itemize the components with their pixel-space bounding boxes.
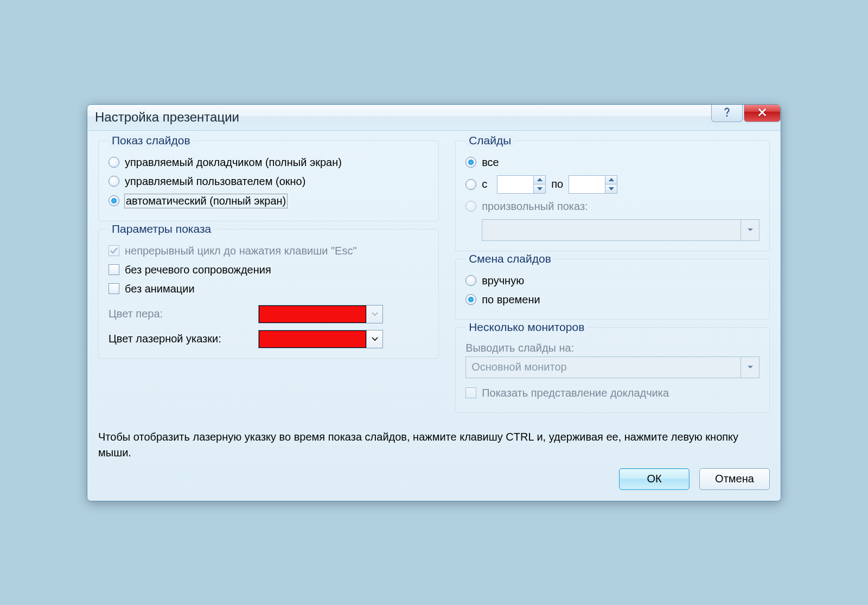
monitor-combo: Основной монитор: [465, 356, 760, 378]
checkbox-label: без анимации: [125, 283, 195, 295]
checkbox-label: Показать представление докладчика: [482, 387, 669, 399]
laser-color-row: Цвет лазерной указки:: [108, 330, 429, 348]
pen-color-combo: [258, 305, 383, 323]
combo-value: Основной монитор: [471, 361, 567, 373]
pen-color-swatch: [259, 305, 366, 323]
checkbox-label: непрерывный цикл до нажатия клавиши "Esc…: [125, 245, 357, 257]
radio-label: все: [482, 156, 499, 169]
radio-advance-timings[interactable]: по времени: [465, 290, 760, 309]
chevron-down-icon: [741, 220, 759, 240]
checkbox-loop: непрерывный цикл до нажатия клавиши "Esc…: [108, 241, 429, 260]
to-spinner[interactable]: [569, 175, 617, 194]
help-icon: [721, 106, 733, 118]
ok-button[interactable]: ОК: [619, 468, 690, 490]
radio-slides-all[interactable]: все: [465, 153, 760, 172]
to-label: по: [551, 178, 563, 190]
radio-label: управляемый докладчиком (полный экран): [125, 156, 342, 169]
spin-up-icon[interactable]: [605, 176, 617, 185]
radio-advance-manual[interactable]: вручную: [465, 271, 760, 290]
checkbox-icon: [108, 283, 119, 294]
checkbox-no-animation[interactable]: без анимации: [108, 279, 429, 298]
radio-icon: [108, 195, 119, 206]
group-title-slides: Слайды: [465, 134, 514, 147]
chevron-down-icon: [741, 357, 759, 378]
radio-label: вручную: [482, 275, 524, 287]
radio-icon: [108, 157, 119, 168]
help-button[interactable]: [711, 104, 743, 122]
radio-icon: [465, 157, 476, 168]
checkbox-label: без речевого сопровождения: [125, 264, 271, 276]
radio-icon: [108, 176, 119, 187]
radio-icon: [465, 179, 476, 190]
dialog-content: Показ слайдов управляемый докладчиком (п…: [87, 131, 781, 501]
radio-browser[interactable]: управляемый пользователем (окно): [108, 172, 429, 191]
radio-icon: [465, 294, 476, 305]
checkbox-icon: [465, 387, 476, 398]
radio-label: автоматический (полный экран): [125, 194, 287, 208]
window-title: Настройка презентации: [95, 110, 239, 125]
laser-color-label: Цвет лазерной указки:: [108, 333, 248, 345]
group-title-monitors: Несколько мониторов: [465, 321, 588, 334]
pen-color-label: Цвет пера:: [108, 308, 248, 320]
radio-label: произвольный показ:: [482, 200, 588, 213]
radio-custom-show: произвольный показ:: [465, 197, 760, 216]
dialog-window: Настройка презентации Показ слайдов упра…: [87, 104, 781, 501]
spin-down-icon[interactable]: [533, 184, 545, 193]
close-button[interactable]: [744, 104, 781, 122]
spin-down-icon[interactable]: [605, 184, 617, 193]
checkbox-icon: [108, 264, 119, 275]
pen-color-row: Цвет пера:: [108, 305, 429, 323]
radio-label: по времени: [482, 294, 540, 306]
radio-presenter[interactable]: управляемый докладчиком (полный экран): [108, 153, 429, 172]
group-advance: Смена слайдов вручную по времени: [455, 259, 770, 320]
from-spinner[interactable]: [497, 175, 546, 194]
group-show-options: Параметры показа непрерывный цикл до наж…: [98, 229, 439, 359]
radio-icon: [465, 201, 476, 212]
radio-label: управляемый пользователем (окно): [125, 175, 305, 188]
checkbox-presenter-view: Показать представление докладчика: [465, 384, 760, 403]
close-icon: [756, 106, 768, 118]
titlebar[interactable]: Настройка презентации: [87, 105, 781, 131]
cancel-button[interactable]: Отмена: [699, 468, 770, 490]
svg-point-0: [726, 115, 728, 117]
display-on-label: Выводить слайды на:: [465, 340, 760, 356]
group-monitors: Несколько мониторов Выводить слайды на: …: [455, 327, 770, 413]
spin-up-icon[interactable]: [533, 176, 545, 185]
custom-show-combo: [482, 219, 760, 241]
chevron-down-icon: [366, 305, 382, 323]
group-title-show-options: Параметры показа: [108, 222, 214, 235]
radio-slides-range[interactable]: с по: [465, 172, 760, 197]
chevron-down-icon[interactable]: [366, 330, 382, 348]
laser-color-combo[interactable]: [258, 330, 383, 348]
checkbox-no-narration[interactable]: без речевого сопровождения: [108, 260, 429, 279]
group-slides: Слайды все с: [455, 141, 770, 251]
group-show-type: Показ слайдов управляемый докладчиком (п…: [98, 141, 439, 221]
checkbox-icon: [108, 245, 119, 256]
hint-text: Чтобы отобразить лазерную указку во врем…: [98, 429, 770, 461]
from-label: с: [482, 178, 492, 190]
radio-kiosk[interactable]: автоматический (полный экран): [108, 191, 429, 211]
group-title-advance: Смена слайдов: [465, 252, 554, 265]
radio-icon: [465, 275, 476, 286]
group-title-show-type: Показ слайдов: [108, 134, 194, 147]
laser-color-swatch: [259, 330, 366, 348]
